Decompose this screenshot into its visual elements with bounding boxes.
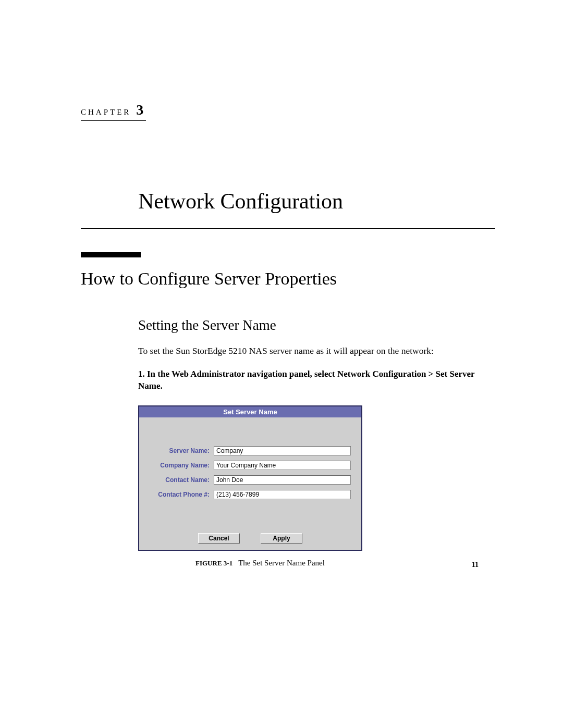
chapter-heading: CHAPTER 3	[81, 102, 146, 121]
figure-label: FIGURE 3-1	[195, 559, 232, 567]
subsection-title: Setting the Server Name	[138, 317, 495, 334]
figure-text: The Set Server Name Panel	[238, 559, 325, 567]
step-number: 1.	[138, 369, 145, 379]
contact-name-input[interactable]	[214, 475, 351, 485]
apply-button[interactable]: Apply	[261, 533, 302, 544]
chapter-label: CHAPTER	[81, 108, 131, 117]
page-title: Network Configuration	[138, 189, 495, 214]
chapter-number: 3	[136, 102, 143, 118]
divider	[81, 228, 495, 229]
section-title: How to Configure Server Properties	[81, 269, 495, 289]
contact-phone-label: Contact Phone #:	[150, 491, 210, 498]
set-server-name-panel: Set Server Name Server Name: Company Nam…	[138, 405, 362, 551]
company-name-input[interactable]	[214, 461, 351, 470]
company-name-label: Company Name:	[150, 462, 210, 469]
contact-phone-input[interactable]	[214, 490, 351, 499]
step-text: In the Web Administrator navigation pane…	[138, 369, 474, 391]
body-text: To set the Sun StorEdge 5210 NAS server …	[138, 345, 495, 357]
section-bar	[81, 252, 141, 257]
cancel-button[interactable]: Cancel	[198, 533, 240, 544]
panel-title: Set Server Name	[139, 406, 361, 417]
contact-name-label: Contact Name:	[150, 476, 210, 484]
page-number: 11	[472, 561, 479, 569]
server-name-label: Server Name:	[150, 447, 210, 454]
figure-caption: FIGURE 3-1 The Set Server Name Panel	[195, 559, 495, 567]
step-1: 1. In the Web Administrator navigation p…	[138, 368, 495, 393]
server-name-input[interactable]	[214, 446, 351, 455]
